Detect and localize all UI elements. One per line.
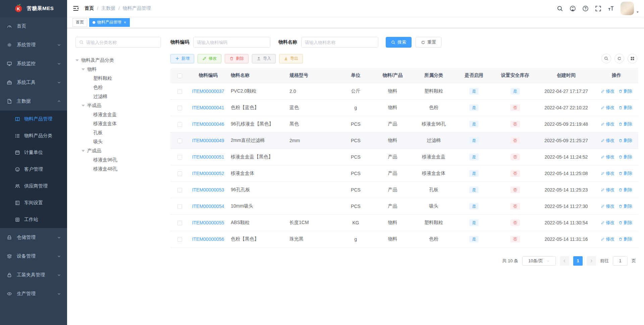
row-edit-link[interactable]: 修改 [601,105,614,111]
material-code-input[interactable] [197,40,267,45]
tree-search-input[interactable] [86,40,157,45]
sidebar-item-customer-mgmt[interactable]: 客户管理 [0,161,67,178]
row-delete-link[interactable]: 删除 [619,138,632,144]
material-code-link[interactable]: ITEM00000041 [192,105,224,110]
tree-node[interactable]: 孔板 [75,128,161,137]
add-button[interactable]: 新增 [170,54,194,63]
row-delete-link[interactable]: 删除 [619,220,632,226]
sidebar-item-workshop-settings[interactable]: 车间设置 [0,195,67,211]
select-all-checkbox[interactable] [177,73,182,78]
row-checkbox[interactable] [177,106,182,110]
material-code-link[interactable]: ITEM00000051 [192,154,224,160]
row-edit-link[interactable]: 修改 [601,138,614,144]
sidebar-item-material-product-mgmt[interactable]: 物料产品管理 [0,111,67,127]
row-edit-link[interactable]: 修改 [601,187,614,193]
tree-node[interactable]: 过滤棉 [75,92,161,101]
sidebar-item-material-product-category[interactable]: 物料产品分类 [0,127,67,144]
sidebar-toggle-icon[interactable] [72,5,79,12]
navbar-fullscreen-button[interactable] [592,0,604,17]
row-checkbox[interactable] [177,139,182,143]
row-delete-link[interactable]: 删除 [619,203,632,209]
navbar-search-button[interactable] [554,0,566,17]
tree-node[interactable]: 塑料颗粒 [75,74,161,83]
tree-node[interactable]: 物料及产品分类 [75,56,161,65]
material-name-input[interactable] [305,40,375,45]
row-delete-link[interactable]: 删除 [619,121,632,127]
row-checkbox[interactable] [177,204,182,209]
row-edit-link[interactable]: 修改 [601,220,614,226]
tree-node[interactable]: 移液盒48孔 [75,164,161,173]
tree-expand-caret-icon[interactable] [82,68,85,70]
sidebar-item-fixture-mgmt[interactable]: 工装夹具管理 [0,266,67,284]
material-code-link[interactable]: ITEM00000049 [192,138,224,143]
page-size-select[interactable]: 10条/页 [522,256,556,266]
toolbar-columns-button[interactable] [628,54,637,63]
prev-page-button[interactable] [560,256,569,266]
tab-item[interactable]: 首页 [72,18,87,27]
material-code-link[interactable]: ITEM00000037 [192,89,224,94]
sidebar-item-system-tools[interactable]: 系统工具 [0,73,67,92]
material-code-link[interactable]: ITEM00000053 [192,187,224,193]
material-code-link[interactable]: ITEM00000052 [192,171,224,176]
row-edit-link[interactable]: 修改 [601,154,614,160]
material-code-link[interactable]: ITEM00000055 [192,220,224,225]
tree-node[interactable]: 产成品 [75,146,161,155]
tree-expand-caret-icon[interactable] [82,150,85,152]
material-code-link[interactable]: ITEM00000056 [192,236,224,242]
delete-button[interactable]: 删除 [225,54,249,63]
edit-button[interactable]: 修改 [198,54,221,63]
tree-expand-caret-icon[interactable] [75,59,79,61]
tree-expand-caret-icon[interactable] [82,105,85,107]
navbar-help-button[interactable] [580,0,591,17]
toolbar-refresh-button[interactable] [614,54,624,63]
tab-active[interactable]: 物料产品管理× [89,18,130,27]
tree-node[interactable]: 移液盒盒体 [75,119,161,128]
row-checkbox[interactable] [177,122,182,127]
sidebar-item-home[interactable]: 首页 [0,17,67,36]
sidebar-item-system-monitor[interactable]: 系统监控 [0,54,67,73]
row-delete-link[interactable]: 删除 [619,236,632,242]
toolbar-search-button[interactable] [601,54,611,63]
sidebar-item-unit-of-measure[interactable]: 计量单位 [0,144,67,161]
row-delete-link[interactable]: 删除 [619,105,632,111]
export-button[interactable]: 导出 [279,54,303,63]
sidebar-item-warehouse-mgmt[interactable]: 仓储管理 [0,228,67,247]
navbar-font-size-button[interactable] [605,0,616,17]
tab-close-icon[interactable]: × [123,20,126,24]
row-delete-link[interactable]: 删除 [619,187,632,193]
import-button[interactable]: 导入 [252,54,276,63]
user-menu[interactable] [621,2,639,15]
tree-node[interactable]: 半成品 [75,101,161,110]
row-checkbox[interactable] [177,171,182,176]
row-edit-link[interactable]: 修改 [601,170,614,176]
sidebar-item-master-data[interactable]: 主数据 [0,92,67,111]
material-code-link[interactable]: ITEM00000046 [192,121,224,127]
tree-node[interactable]: 物料 [75,65,161,74]
tree-node[interactable]: 移液盒盒盖 [75,110,161,119]
row-edit-link[interactable]: 修改 [601,203,614,209]
next-page-button[interactable] [587,256,596,266]
sidebar-item-system-admin[interactable]: 系统管理 [0,36,67,54]
row-checkbox[interactable] [177,237,182,242]
row-edit-link[interactable]: 修改 [601,121,614,127]
sidebar-item-supplier-mgmt[interactable]: 供应商管理 [0,178,67,195]
navbar-github-button[interactable] [567,0,578,17]
row-delete-link[interactable]: 删除 [619,170,632,176]
sidebar-item-workstation[interactable]: 工作站 [0,211,67,228]
row-checkbox[interactable] [177,89,182,94]
row-checkbox[interactable] [177,188,182,193]
sidebar-item-equipment-mgmt[interactable]: 设备管理 [0,247,67,266]
sidebar-item-production-mgmt[interactable]: 生产管理 [0,284,67,303]
tree-node[interactable]: 吸头 [75,137,161,146]
search-button[interactable]: 搜索 [386,37,412,48]
breadcrumb-item[interactable]: 首页 [85,5,94,11]
row-edit-link[interactable]: 修改 [601,88,614,94]
tree-node[interactable]: 色粉 [75,83,161,92]
row-delete-link[interactable]: 删除 [619,88,632,94]
current-page-button[interactable]: 1 [573,256,583,266]
goto-page-input[interactable] [613,256,628,266]
row-checkbox[interactable] [177,155,182,160]
row-delete-link[interactable]: 删除 [619,154,632,160]
row-checkbox[interactable] [177,221,182,225]
material-code-link[interactable]: ITEM00000054 [192,204,224,209]
